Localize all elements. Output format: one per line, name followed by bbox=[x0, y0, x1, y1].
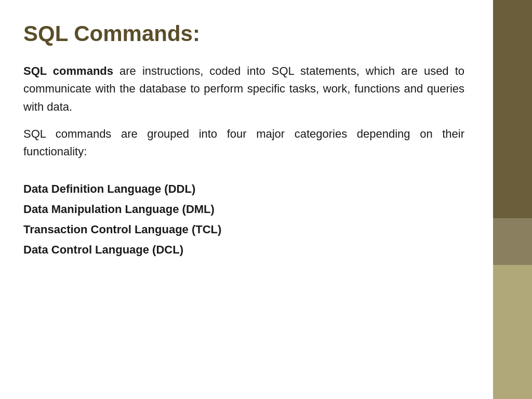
list-item-dcl: Data Control Language (DCL) bbox=[23, 241, 464, 258]
list-item-dml: Data Manipulation Language (DML) bbox=[23, 201, 464, 218]
right-panel-middle bbox=[493, 218, 532, 265]
list-item-tcl: Transaction Control Language (TCL) bbox=[23, 221, 464, 238]
right-panel-bottom bbox=[493, 265, 532, 399]
list-section: Data Definition Language (DDL) Data Mani… bbox=[23, 180, 464, 258]
slide-content: SQL Commands: SQL commands are instructi… bbox=[0, 0, 493, 399]
slide-body: SQL commands are instructions, coded int… bbox=[23, 62, 464, 378]
list-item-ddl: Data Definition Language (DDL) bbox=[23, 180, 464, 197]
paragraph-2: SQL commands are grouped into four major… bbox=[23, 125, 464, 161]
paragraph-1: SQL commands are instructions, coded int… bbox=[23, 62, 464, 115]
paragraph-1-bold: SQL commands bbox=[23, 64, 113, 77]
right-panel-top bbox=[493, 0, 532, 218]
slide-container: SQL Commands: SQL commands are instructi… bbox=[0, 0, 532, 399]
right-panel bbox=[493, 0, 532, 399]
slide-title: SQL Commands: bbox=[23, 21, 464, 47]
